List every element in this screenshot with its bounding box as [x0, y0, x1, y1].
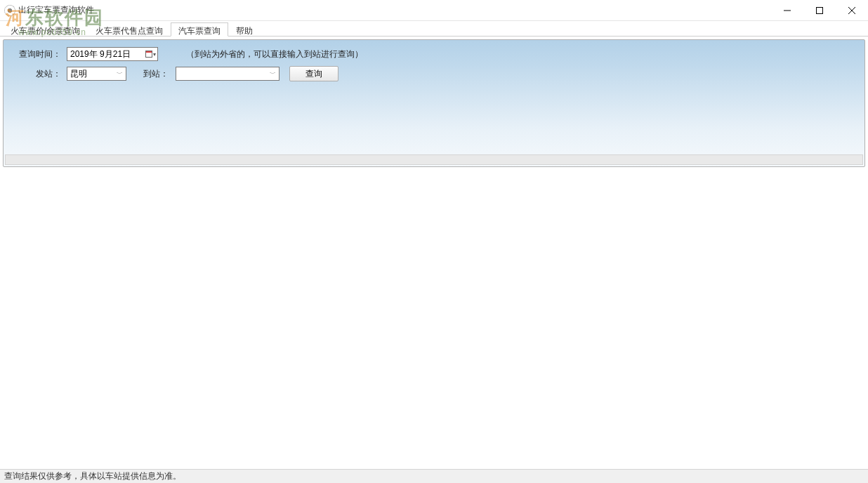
svg-rect-1 — [817, 7, 823, 13]
statusbar: 查询结果仅供参考，具体以车站提供信息为准。 — [0, 469, 868, 483]
tab-train-price[interactable]: 火车票价/余票查询 — [3, 22, 88, 37]
chevron-down-icon: ﹀ — [114, 70, 124, 79]
window-controls — [771, 0, 868, 21]
maximize-button[interactable] — [803, 0, 836, 21]
horizontal-scrollbar[interactable] — [5, 154, 863, 165]
close-button[interactable] — [836, 0, 868, 21]
search-panel: 查询时间： 2019年 9月21日 ▾ （到站为外省的，可以直接输入到站进行查询… — [3, 39, 865, 167]
to-station-combo[interactable]: ﹀ — [176, 67, 280, 81]
query-time-label: 查询时间： — [11, 48, 67, 60]
results-area — [3, 171, 865, 468]
search-button[interactable]: 查询 — [289, 66, 338, 81]
tab-bar: 火车票价/余票查询 火车票代售点查询 汽车票查询 帮助 — [0, 21, 868, 37]
status-text: 查询结果仅供参考，具体以车站提供信息为准。 — [4, 470, 181, 482]
titlebar: 出行宝车票查询软件 — [0, 0, 868, 21]
chevron-down-icon: ﹀ — [268, 70, 277, 79]
app-icon — [4, 5, 15, 16]
from-label: 发站： — [11, 68, 67, 80]
calendar-icon[interactable]: ▾ — [145, 48, 156, 60]
minimize-button[interactable] — [771, 0, 803, 21]
tab-content: 查询时间： 2019年 9月21日 ▾ （到站为外省的，可以直接输入到站进行查询… — [0, 36, 868, 167]
to-label: 到站： — [126, 68, 176, 80]
query-time-input[interactable]: 2019年 9月21日 ▾ — [67, 47, 158, 61]
tab-bus-ticket[interactable]: 汽车票查询 — [171, 22, 228, 37]
query-time-value: 2019年 9月21日 — [70, 48, 131, 60]
tab-train-agent[interactable]: 火车票代售点查询 — [88, 22, 171, 37]
from-station-value: 昆明 — [70, 68, 87, 80]
window-title: 出行宝车票查询软件 — [18, 4, 94, 16]
query-hint: （到站为外省的，可以直接输入到站进行查询） — [186, 48, 363, 60]
from-station-combo[interactable]: 昆明 ﹀ — [67, 67, 126, 81]
tab-help[interactable]: 帮助 — [228, 22, 261, 37]
